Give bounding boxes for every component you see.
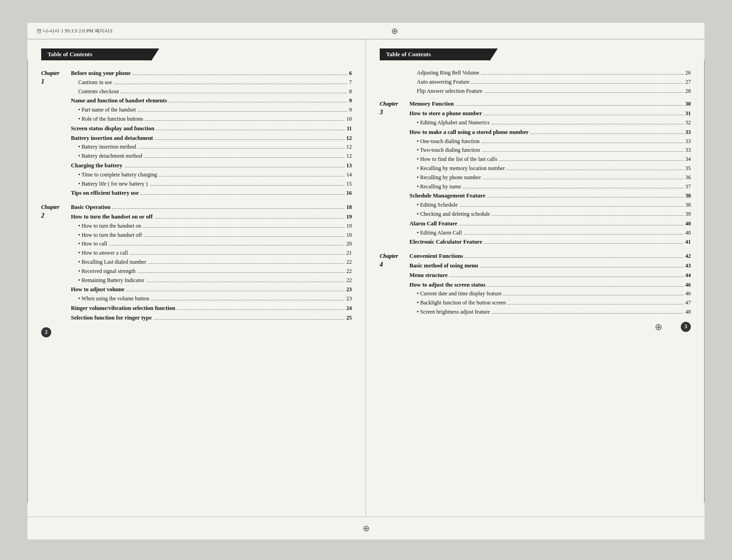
right-column: Table of Contents Adjusting Ring Bell Vo… (366, 39, 705, 517)
list-item: • Received signal strength22 (71, 267, 352, 276)
list-item: Selection function for ringer type25 (71, 313, 352, 323)
list-item: • One-touch dialing function33 (409, 137, 691, 146)
chapter3-section: Chapter 3 Memory Function30How to store … (380, 99, 691, 247)
list-item: Memory Function30 (409, 99, 691, 109)
top-entries: Adjusting Ring Bell Volume26Auto answeri… (409, 69, 691, 96)
list-item: Auto answering Feature27 (409, 78, 691, 87)
header-cross: ⊕ (391, 26, 398, 36)
list-item: • Recalling by name37 (409, 182, 691, 192)
list-item: • How to call20 (71, 240, 352, 249)
chapter4-section: Chapter 4 Convenient Functions42Basic me… (380, 251, 691, 317)
page-container: 면 나-사사 1 99.3.9 2:0 PM 페이사3 ⊕ Table of C… (27, 23, 705, 539)
list-item: • Battery life ( for new battery )15 (71, 180, 352, 189)
list-item: Flip Answer selection Feature28 (409, 87, 691, 96)
list-item: • Battery insertion method12 (71, 143, 352, 152)
list-item: • Part name of the handset9 (71, 106, 352, 115)
list-item: • How to turn the handset off19 (71, 231, 352, 240)
chapter2-section: Chapter 2 Basic Operation18How to turn t… (41, 203, 352, 322)
list-item: Alarm Call Feature40 (409, 219, 691, 229)
list-item: • Time to complete battery charging14 (71, 171, 352, 180)
chapter1-section: Chapter 1 Before using your phone6Cautio… (41, 69, 352, 198)
chapter4-entries: Convenient Functions42Basic method of us… (409, 251, 691, 317)
list-item: Battery insertion and detachment12 (71, 133, 352, 143)
list-item: Ringer volume/vibration selection functi… (71, 304, 352, 313)
list-item: Menu structure44 (409, 271, 691, 280)
list-item: Contents checkout8 (71, 87, 352, 96)
list-item: How to store a phone number31 (409, 109, 691, 118)
list-item: • Editing Alarm Call40 (409, 229, 691, 238)
list-item: Screen status display and function11 (71, 124, 352, 133)
list-item: • How to turn the handset on19 (71, 222, 352, 231)
header-text: 면 나-사사 1 99.3.9 2:0 PM 페이사3 (37, 27, 113, 34)
list-item: Before using your phone6 (71, 69, 352, 78)
list-item: • Editing Schedule38 (409, 201, 691, 210)
chapter2-entries: Basic Operation18How to turn the handset… (71, 203, 352, 322)
list-item: Adjusting Ring Bell Volume26 (409, 69, 691, 78)
chapter3-label: Chapter 3 (380, 99, 409, 247)
list-item: Basic method of using menu43 (409, 261, 691, 271)
list-item: • Screen brightness adjust feature48 (409, 308, 691, 317)
list-item: Convenient Functions42 (409, 251, 691, 261)
cross-symbol-top: ⊕ (391, 26, 398, 36)
list-item: Schedule Management Feature38 (409, 191, 691, 201)
list-item: How to turn the handset on or off19 (71, 212, 352, 222)
chapter2-label: Chapter 2 (41, 203, 71, 322)
chapter1-label: Chapter 1 (41, 69, 71, 198)
list-item: • Recalling by phone number36 (409, 173, 691, 182)
chapter1-entries: Before using your phone6Cautions in use7… (71, 69, 352, 198)
list-item: How to make a call using a stored phone … (409, 128, 691, 137)
footer: ⊕ (27, 517, 705, 539)
toc-header-left: Table of Contents (41, 48, 151, 60)
list-item: Electronic Calculator Feature41 (409, 237, 691, 247)
list-item: • Battery detachment method12 (71, 152, 352, 161)
list-item: • Editing Alphabet and Numerics32 (409, 118, 691, 128)
header-bar: 면 나-사사 1 99.3.9 2:0 PM 페이사3 ⊕ (27, 23, 705, 39)
list-item: • Remaining Battery Indicator22 (71, 276, 352, 285)
list-item: • Two-touch dialing function33 (409, 146, 691, 155)
toc-header-right: Table of Contents (380, 48, 490, 60)
list-item: • Role of the function buttons10 (71, 115, 352, 124)
footer-cross: ⊕ (363, 523, 370, 533)
right-vertical-line (704, 59, 705, 503)
list-item: • How to find the list of the last calls… (409, 155, 691, 164)
list-item: How to adjust the screen status46 (409, 280, 691, 290)
right-cross: ⊕ (655, 321, 662, 332)
chapter4-label: Chapter 4 (380, 251, 409, 317)
list-item: Cautions in use7 (71, 78, 352, 87)
list-item: Basic Operation18 (71, 203, 352, 212)
list-item: Name and function of handset elements9 (71, 96, 352, 106)
list-item: • Backlight function of the button scree… (409, 299, 691, 308)
page-number-left: 2 (41, 327, 51, 337)
chapter3-entries: Memory Function30How to store a phone nu… (409, 99, 691, 247)
list-item: Charging the battery13 (71, 161, 352, 171)
list-item: • Recalling by memory location number35 (409, 164, 691, 173)
list-item: Tips on efficient battery use16 (71, 188, 352, 198)
list-item: How to adjust volume23 (71, 285, 352, 294)
list-item: • Current date and time display feature4… (409, 289, 691, 299)
left-column: Table of Contents Chapter 1 Before using… (27, 39, 366, 517)
list-item: • When using the volume button23 (71, 294, 352, 304)
list-item: • How to answer a call21 (71, 249, 352, 258)
main-content: Table of Contents Chapter 1 Before using… (27, 39, 705, 517)
list-item: • Recalling Last dialed number22 (71, 258, 352, 267)
list-item: • Checking and deleting schedule39 (409, 210, 691, 219)
left-vertical-line (27, 59, 28, 503)
page-number-right: 3 (681, 322, 691, 332)
